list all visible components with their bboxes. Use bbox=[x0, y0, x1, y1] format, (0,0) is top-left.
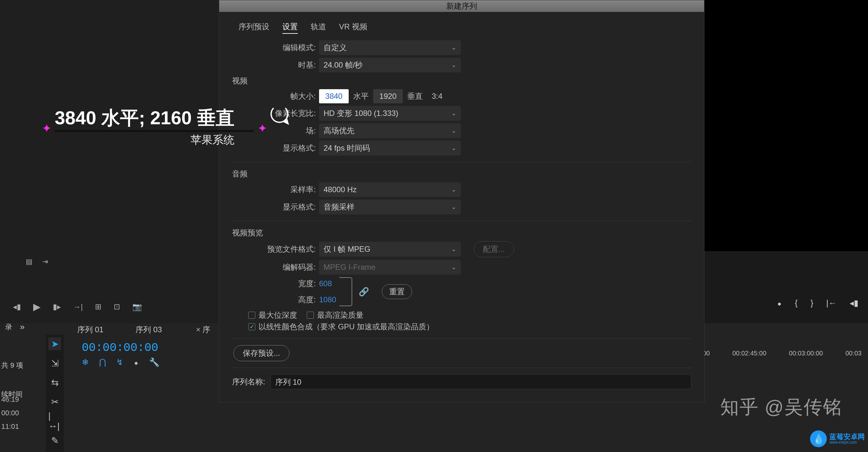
width-value[interactable]: 608 bbox=[319, 279, 332, 288]
timeline-tab[interactable]: 序列 03 bbox=[135, 324, 162, 335]
logo-name: 蓝莓安卓网 bbox=[829, 433, 865, 441]
settings-icon[interactable]: 🔧 bbox=[149, 357, 159, 367]
time-tick: 00:03:00:00 bbox=[789, 350, 823, 357]
timeline-header-icons: ❄ ⋂ ↯ ⬥ 🔧 bbox=[82, 357, 159, 367]
vertical-label: 垂直 bbox=[407, 91, 423, 101]
preview-heading: 视频预览 bbox=[232, 228, 691, 238]
chevron-down-icon: ⌄ bbox=[452, 203, 456, 211]
timeline-tab[interactable]: × 序 bbox=[194, 324, 211, 335]
annotation-line2: 苹果系统 bbox=[55, 133, 235, 148]
razor-tool-icon[interactable]: ✂ bbox=[48, 395, 61, 408]
project-label-row: 录 » bbox=[0, 322, 25, 332]
close-icon[interactable]: × bbox=[196, 325, 200, 334]
next-edit-icon[interactable]: →| bbox=[73, 302, 83, 311]
transport-controls: ◂▮ ▶ ▮▸ →| ⊞ ⊡ 📷 bbox=[13, 301, 142, 312]
timebase-value: 24.00 帧/秒 bbox=[323, 60, 363, 70]
track-select-tool-icon[interactable]: ⇲ bbox=[48, 357, 61, 369]
tab-tracks[interactable]: 轨道 bbox=[311, 22, 326, 34]
chevron-down-icon: ⌄ bbox=[452, 44, 456, 51]
snap-icon[interactable]: ❄ bbox=[82, 357, 89, 367]
timecode[interactable]: 00:00:00:00 bbox=[82, 341, 158, 354]
annotation-underline bbox=[55, 130, 254, 132]
general-fieldset: 编辑模式: 自定义 ⌄ 时基: 24.00 帧/秒 ⌄ bbox=[239, 40, 691, 72]
seq-name-label: 序列名称: bbox=[232, 377, 265, 387]
step-back-icon[interactable]: ◂▮ bbox=[850, 298, 858, 308]
pen-tool-icon[interactable]: ✎ bbox=[48, 434, 61, 447]
horizontal-label: 水平 bbox=[353, 91, 369, 101]
tab-settings[interactable]: 设置 bbox=[282, 22, 298, 34]
reset-button[interactable]: 重置 bbox=[382, 284, 412, 299]
link-bracket-icon bbox=[339, 277, 352, 306]
step-back-icon[interactable]: ◂▮ bbox=[13, 302, 21, 311]
in-point-icon[interactable]: { bbox=[795, 298, 798, 308]
tab-vr[interactable]: VR 视频 bbox=[339, 22, 367, 34]
panel-view-toggles: ▤ ⇥ bbox=[26, 258, 48, 266]
seq-name-input[interactable]: 序列 10 bbox=[271, 375, 691, 389]
video-heading: 视频 bbox=[232, 76, 691, 86]
track-time: 46:19 bbox=[1, 393, 19, 406]
list-view-icon[interactable]: ▤ bbox=[26, 258, 33, 266]
timeline-tab[interactable]: 序列 01 bbox=[77, 324, 103, 335]
linear-color-checkbox[interactable]: ✓ 以线性颜色合成（要求 GPU 加速或最高渲染品质） bbox=[248, 322, 434, 332]
track-time: 11:01 bbox=[1, 420, 19, 433]
max-render-checkbox[interactable]: 最高渲染质量 bbox=[307, 310, 364, 320]
max-depth-checkbox[interactable]: 最大位深度 bbox=[248, 310, 297, 320]
edit-mode-value: 自定义 bbox=[323, 42, 347, 53]
anchor-cross-icon: ✦ bbox=[42, 125, 51, 134]
insert-icon[interactable]: ⊞ bbox=[95, 302, 101, 311]
audio-display-format-select[interactable]: 音频采样 ⌄ bbox=[319, 200, 461, 215]
width-label: 宽度: bbox=[239, 279, 319, 289]
new-sequence-dialog: 新建序列 序列预设 设置 轨道 VR 视频 编辑模式: 自定义 ⌄ 时基: 24… bbox=[219, 0, 705, 402]
record-label: 录 bbox=[5, 322, 12, 332]
chevron-down-icon: ⌄ bbox=[452, 127, 456, 134]
edit-mode-select[interactable]: 自定义 ⌄ bbox=[319, 40, 461, 55]
magnet-icon[interactable]: ⋂ bbox=[99, 357, 106, 367]
display-format-select[interactable]: 24 fps 时间码 ⌄ bbox=[319, 141, 461, 156]
checkbox-icon bbox=[248, 312, 255, 319]
frame-height-input[interactable]: 1920 bbox=[373, 89, 403, 103]
go-to-in-icon[interactable]: |← bbox=[826, 298, 837, 308]
height-value[interactable]: 1080 bbox=[319, 295, 336, 304]
out-point-icon[interactable]: } bbox=[811, 298, 814, 308]
step-forward-icon[interactable]: ▮▸ bbox=[53, 302, 61, 311]
tab-presets[interactable]: 序列预设 bbox=[239, 22, 270, 34]
sample-rate-select[interactable]: 48000 Hz ⌄ bbox=[319, 182, 461, 197]
sample-rate-value: 48000 Hz bbox=[323, 185, 357, 194]
play-icon[interactable]: ▶ bbox=[33, 301, 40, 312]
tab-label: 序 bbox=[203, 325, 210, 334]
cursor-loading-icon bbox=[271, 105, 288, 123]
chevron-down-icon: ⌄ bbox=[452, 186, 456, 193]
timebase-select[interactable]: 24.00 帧/秒 ⌄ bbox=[319, 58, 461, 72]
time-tick: 00:02:45:00 bbox=[733, 350, 767, 357]
save-preset-button[interactable]: 保存预设... bbox=[234, 345, 289, 361]
chevron-down-icon: ⌄ bbox=[452, 144, 456, 152]
chevron-right-icon[interactable]: » bbox=[20, 322, 25, 332]
marker-icon[interactable]: ⬥ bbox=[777, 298, 782, 308]
selection-tool-icon[interactable]: ➤ bbox=[48, 337, 61, 350]
linked-selection-icon[interactable]: ↯ bbox=[116, 357, 123, 367]
link-icon[interactable]: 🔗 bbox=[359, 287, 369, 297]
time-tick: 00:03 bbox=[845, 350, 862, 357]
fields-select[interactable]: 高场优先 ⌄ bbox=[319, 123, 461, 138]
ripple-tool-icon[interactable]: ⇆ bbox=[48, 376, 61, 389]
watermark-text: 知乎 @吴传铭 bbox=[720, 395, 842, 420]
timebase-label: 时基: bbox=[239, 60, 319, 70]
divider bbox=[232, 368, 691, 368]
overwrite-icon[interactable]: ⊡ bbox=[114, 302, 120, 311]
display-format-label: 显示格式: bbox=[239, 143, 319, 153]
export-frame-icon[interactable]: 📷 bbox=[132, 302, 142, 311]
marker-icon[interactable]: ⬥ bbox=[134, 357, 139, 367]
frame-width-input[interactable]: 3840 bbox=[319, 89, 349, 103]
slip-tool-icon[interactable]: |↔| bbox=[48, 415, 61, 427]
linear-color-label: 以线性颜色合成（要求 GPU 加速或最高渲染品质） bbox=[258, 322, 434, 332]
pixel-aspect-select[interactable]: HD 变形 1080 (1.333) ⌄ bbox=[319, 106, 461, 121]
freeform-view-icon[interactable]: ⇥ bbox=[42, 258, 48, 266]
dialog-title: 新建序列 bbox=[219, 0, 704, 12]
pixel-aspect-value: HD 变形 1080 (1.333) bbox=[323, 108, 398, 119]
aspect-label: 3:4 bbox=[432, 92, 442, 101]
preview-file-format-select[interactable]: 仅 I 帧 MPEG ⌄ bbox=[319, 242, 461, 257]
codec-select: MPEG I-Frame ⌄ bbox=[319, 260, 461, 275]
max-depth-label: 最大位深度 bbox=[258, 310, 297, 320]
timeline-tabs: 序列 01 序列 03 × 序 bbox=[77, 324, 210, 335]
annotation-line1: 3840 水平; 2160 垂直 bbox=[55, 106, 235, 131]
